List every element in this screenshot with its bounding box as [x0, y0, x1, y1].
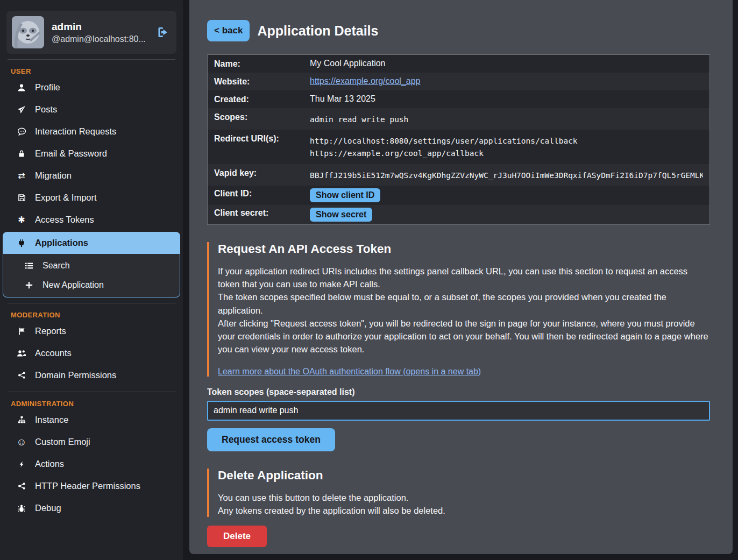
sidebar-divider — [8, 303, 175, 303]
sidebar-item-label: HTTP Header Permissions — [35, 481, 140, 491]
sidebar-item-label: Instance — [35, 415, 68, 425]
sidebar-item-migration[interactable]: ⇄ Migration — [0, 165, 183, 187]
sidebar-item-applications-new[interactable]: New Application — [3, 275, 180, 295]
sidebar-item-custom-emoji[interactable]: ☺ Custom Emoji — [0, 431, 183, 453]
redirect-uri-2: https://example.org/cool_app/callback — [310, 147, 703, 160]
table-row-redirect-uris: Redirect URI(s): http://localhost:8080/s… — [208, 130, 709, 164]
sidebar-item-label: Access Tokens — [35, 215, 94, 225]
sidebar-item-reports[interactable]: Reports — [0, 320, 183, 342]
delete-application-section: Delete Application You can use this butt… — [207, 469, 710, 548]
burst-icon: ✱ — [16, 216, 27, 224]
row-label: Vapid key: — [214, 168, 310, 178]
user-meta: admin @admin@localhost:80... — [52, 21, 148, 44]
floppy-disk-icon — [16, 194, 27, 202]
sidebar-item-actions[interactable]: Actions — [0, 453, 183, 475]
show-secret-button[interactable]: Show secret — [310, 208, 372, 222]
sidebar-item-label: Accounts — [35, 348, 72, 358]
bug-icon — [16, 504, 27, 513]
token-info-line-1: If your application redirect URIs includ… — [218, 265, 710, 291]
sidebar-item-label: Posts — [35, 104, 57, 115]
page-title: Application Details — [257, 23, 378, 39]
list-icon — [24, 261, 34, 270]
row-value: BBJffJ219b5iE512m7wQSzv4KgKDhgZZVzNyWC_r… — [310, 168, 703, 182]
row-label: Name: — [214, 59, 310, 69]
sidebar-item-label: Actions — [35, 459, 64, 469]
exchange-arrows-icon: ⇄ — [16, 172, 27, 180]
bolt-icon — [16, 460, 27, 469]
logout-icon[interactable] — [156, 26, 169, 39]
page-header: < back Application Details — [207, 20, 710, 41]
request-access-token-button[interactable]: Request access token — [207, 428, 335, 451]
sidebar-item-label: Debug — [35, 503, 61, 513]
sidebar-item-profile[interactable]: Profile — [0, 76, 183, 98]
application-details-table: Name: My Cool Application Website: https… — [207, 54, 710, 225]
sidebar-item-domain-permissions[interactable]: Domain Permissions — [0, 364, 183, 386]
row-label: Client ID: — [214, 188, 310, 199]
user-handle: @admin@localhost:80... — [52, 34, 148, 44]
token-scopes-input[interactable] — [207, 401, 710, 421]
table-row-client-secret: Client secret: Show secret — [208, 205, 709, 224]
table-row-vapid-key: Vapid key: BBJffJ219b5iE512m7wQSzv4KgKDh… — [208, 164, 709, 186]
sidebar-item-applications-search[interactable]: Search — [3, 256, 180, 275]
smiley-icon: ☺ — [16, 438, 27, 446]
sidebar-item-label: Search — [42, 261, 70, 271]
applications-nav-block: Applications Search New Application — [3, 232, 180, 297]
row-value: admin read write push — [310, 112, 703, 126]
table-row-name: Name: My Cool Application — [208, 55, 709, 73]
sidebar-item-http-header-permissions[interactable]: HTTP Header Permissions — [0, 475, 183, 497]
row-value: http://localhost:8080/settings/user/appl… — [310, 133, 703, 160]
user-card[interactable]: admin @admin@localhost:80... — [6, 11, 176, 54]
users-icon — [16, 349, 27, 358]
row-label: Client secret: — [214, 208, 310, 218]
delete-info-line-2: Any tokens created by the application wi… — [218, 504, 710, 517]
section-label-user: USER — [11, 67, 183, 75]
avatar — [12, 16, 44, 48]
sidebar-item-posts[interactable]: Posts — [0, 98, 183, 120]
sidebar-item-interaction-requests[interactable]: Interaction Requests — [0, 120, 183, 143]
paper-plane-icon — [16, 105, 27, 114]
sidebar-item-label: Domain Permissions — [35, 370, 116, 380]
sidebar-item-accounts[interactable]: Accounts — [0, 342, 183, 364]
row-label: Website: — [214, 76, 310, 87]
sidebar-item-label: Custom Emoji — [35, 437, 90, 447]
sidebar-item-debug[interactable]: Debug — [0, 497, 183, 519]
section-label-moderation: MODERATION — [11, 311, 183, 319]
sidebar-divider — [8, 59, 175, 60]
share-nodes-icon — [16, 371, 27, 379]
flag-icon — [16, 327, 27, 336]
sidebar-item-access-tokens[interactable]: ✱ Access Tokens — [0, 209, 183, 231]
table-row-website: Website: https://example.org/cool_app — [208, 73, 709, 90]
oauth-docs-link[interactable]: Learn more about the OAuth authenticatio… — [218, 367, 481, 376]
table-row-client-id: Client ID: Show client ID — [208, 186, 709, 205]
sidebar-item-label: Export & Import — [35, 193, 97, 203]
sitemap-icon — [16, 416, 27, 424]
table-row-scopes: Scopes: admin read write push — [208, 108, 709, 130]
sidebar-item-label: Migration — [35, 171, 72, 181]
plus-icon — [24, 281, 34, 289]
token-info-line-3: After clicking "Request access token", y… — [218, 317, 710, 356]
sidebar-item-label: Applications — [35, 238, 88, 248]
user-name: admin — [52, 21, 148, 33]
comment-icon — [16, 127, 27, 136]
sidebar-item-export-import[interactable]: Export & Import — [0, 187, 183, 209]
website-link[interactable]: https://example.org/cool_app — [310, 76, 420, 86]
lock-icon — [16, 150, 27, 158]
sidebar-item-email-password[interactable]: Email & Password — [0, 143, 183, 165]
show-client-id-button[interactable]: Show client ID — [310, 188, 380, 202]
section-title: Delete Application — [218, 469, 710, 483]
applications-submenu: Search New Application — [3, 254, 180, 297]
sidebar-item-instance[interactable]: Instance — [0, 409, 183, 431]
sidebar-item-applications[interactable]: Applications — [3, 232, 180, 254]
share-nodes-icon — [16, 482, 27, 490]
row-value: My Cool Application — [310, 59, 703, 68]
main-panel: < back Application Details Name: My Cool… — [189, 0, 733, 554]
request-token-description: Request An API Access Token If your appl… — [207, 242, 710, 377]
plug-icon — [16, 239, 27, 247]
section-title: Request An API Access Token — [218, 242, 710, 256]
back-button[interactable]: < back — [207, 20, 250, 41]
delete-button[interactable]: Delete — [207, 526, 267, 547]
sidebar-item-label: Profile — [35, 82, 60, 93]
sloth-avatar-image — [12, 16, 44, 48]
redirect-uri-1: http://localhost:8080/settings/user/appl… — [310, 135, 703, 147]
row-label: Redirect URI(s): — [214, 133, 310, 144]
